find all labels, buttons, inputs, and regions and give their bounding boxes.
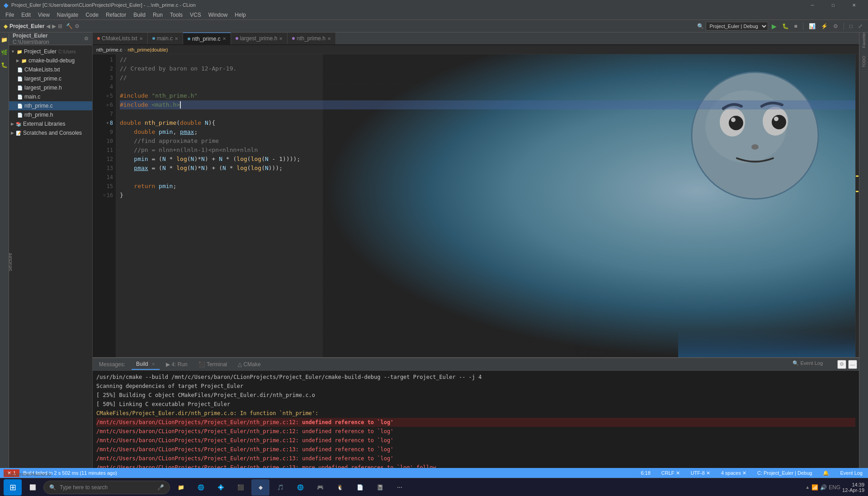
build-tab-close-icon[interactable]: ✕ xyxy=(151,362,155,367)
tray-arrow-icon[interactable]: ▲ xyxy=(805,485,810,490)
run-config-select[interactable]: Project_Euler | Debug xyxy=(706,22,768,31)
structure-panel-label[interactable]: Structure xyxy=(9,253,13,271)
taskbar-search-box[interactable]: 🔍 Type here to search 🎤 xyxy=(43,481,170,494)
edge-btn[interactable]: 🌐 xyxy=(192,479,210,496)
menu-code[interactable]: Code xyxy=(82,11,102,19)
build-output-line-10[interactable]: /mnt/c/Users/baron/CLionProjects/Project… xyxy=(96,454,855,463)
menu-help[interactable]: Help xyxy=(231,11,250,19)
notifications-icon[interactable]: 🔔 xyxy=(821,470,831,476)
bottom-settings-btn[interactable]: ⚙ xyxy=(837,360,846,369)
sidebar-gear-icon[interactable]: ⚙ xyxy=(84,36,89,42)
build-output-line-8[interactable]: /mnt/c/Users/baron/CLionProjects/Project… xyxy=(96,436,855,445)
sidebar-item-nth-prime-h[interactable]: 📄 nth_prime.h xyxy=(9,110,92,119)
vscode-btn[interactable]: 💠 xyxy=(212,479,230,496)
task-view-btn[interactable]: ⬜ xyxy=(24,479,42,496)
network-tray-icon[interactable]: 📶 xyxy=(811,484,818,491)
settings-btn[interactable]: ⚙ xyxy=(75,23,80,29)
stop-button[interactable]: ■ xyxy=(793,22,799,30)
event-log-link[interactable]: 🔍 Event Log xyxy=(793,360,823,366)
build-output-line-9[interactable]: /mnt/c/Users/baron/CLionProjects/Project… xyxy=(96,445,855,454)
sidebar-item-largest-prime-h[interactable]: 📄 largest_prime.h xyxy=(9,83,92,92)
build-btn[interactable]: 🔨 xyxy=(66,23,73,29)
clion-btn[interactable]: ◆ xyxy=(251,479,269,496)
terminal-btn-task[interactable]: ⬛ xyxy=(231,479,250,496)
run-button[interactable]: ▶ xyxy=(770,22,778,31)
sidebar-item-external-libs[interactable]: ▶ 📚 External Libraries xyxy=(9,119,92,128)
debug-button[interactable]: 🐛 xyxy=(780,22,791,30)
menu-build[interactable]: Build xyxy=(130,11,149,19)
more-btn[interactable]: ⋯ xyxy=(391,479,409,496)
project-activity-icon[interactable]: 📁 xyxy=(1,36,8,43)
sidebar-item-cmakelists[interactable]: 📄 CMakeLists.txt xyxy=(9,65,92,74)
nav-forward-btn[interactable]: ▶ xyxy=(52,23,56,29)
sidebar-item-largest-prime-c[interactable]: 📄 largest_prime.c xyxy=(9,74,92,83)
menu-edit[interactable]: Edit xyxy=(18,11,34,19)
tab-close-icon[interactable]: ✕ xyxy=(175,36,178,41)
code-scroll-area[interactable]: // // Created by baron on 12-Apr-19. // xyxy=(116,54,859,357)
taskbar-mic-icon[interactable]: 🎤 xyxy=(157,484,164,491)
favorites-icon[interactable]: Favorites xyxy=(860,36,868,43)
line-ending[interactable]: CRLF ✕ xyxy=(660,470,682,476)
tab-cmakelists[interactable]: CMakeLists.txt ✕ xyxy=(93,33,148,44)
bottom-minimize-btn[interactable]: — xyxy=(848,360,857,369)
tab-close-icon[interactable]: ✕ xyxy=(327,36,331,41)
menu-file[interactable]: File xyxy=(2,11,18,19)
bottom-tab-cmake[interactable]: △ CMake xyxy=(233,359,265,369)
code-editor[interactable]: 1 2 3 4 xyxy=(93,54,859,357)
menu-refactor[interactable]: Refactor xyxy=(102,11,130,19)
bottom-tab-build[interactable]: Build ✕ xyxy=(132,359,160,370)
sidebar-item-nth-prime-c[interactable]: 📄 nth_prime.c xyxy=(9,101,92,110)
tab-largest-prime-h[interactable]: largest_prime.h ✕ xyxy=(231,33,288,44)
menu-view[interactable]: View xyxy=(34,11,53,19)
indent-label[interactable]: 4 spaces ✕ xyxy=(719,470,748,476)
git-activity-icon[interactable]: 🌿 xyxy=(1,49,8,56)
onenote-btn[interactable]: 📓 xyxy=(371,479,389,496)
todo-icon[interactable]: TODO xyxy=(860,58,868,65)
sidebar-item-main-c[interactable]: 📄 main.c xyxy=(9,92,92,101)
menu-tools[interactable]: Tools xyxy=(166,11,186,19)
build-output-line-7[interactable]: /mnt/c/Users/baron/CLionProjects/Project… xyxy=(96,427,855,436)
spotify-btn[interactable]: 🎵 xyxy=(271,479,289,496)
tab-main-c[interactable]: main.c ✕ xyxy=(148,33,183,44)
start-button[interactable]: ⊞ xyxy=(4,479,22,496)
menu-vcs[interactable]: VCS xyxy=(186,11,205,19)
build-output-line-11[interactable]: /mnt/c/Users/baron/CLionProjects/Project… xyxy=(96,463,855,468)
maximize-button[interactable]: □ xyxy=(823,0,844,10)
tab-close-icon[interactable]: ✕ xyxy=(279,36,283,41)
breadcrumb-file[interactable]: nth_prime.c xyxy=(96,47,122,52)
minimize-button[interactable]: ─ xyxy=(802,0,823,10)
event-log-btn[interactable]: Event Log xyxy=(838,470,864,476)
cmake-button[interactable]: ⚙ xyxy=(831,22,840,30)
close-button[interactable]: ✕ xyxy=(844,0,864,10)
nav-back-btn[interactable]: ◀ xyxy=(46,23,50,29)
word-btn[interactable]: 📄 xyxy=(351,479,369,496)
cursor-position[interactable]: 6:18 xyxy=(639,470,652,476)
steam-btn[interactable]: 🎮 xyxy=(311,479,329,496)
sidebar-item-scratches[interactable]: ▶ 📝 Scratches and Consoles xyxy=(9,128,92,137)
explorer-btn[interactable]: 📁 xyxy=(172,479,190,496)
encoding[interactable]: UTF-8 ✕ xyxy=(689,470,712,476)
network-btn[interactable]: 🌐 xyxy=(291,479,309,496)
breadcrumb-fn[interactable]: nth_prime(double) xyxy=(127,47,168,52)
bottom-tab-terminal[interactable]: ⬛ Terminal xyxy=(194,359,231,369)
debug-activity-icon[interactable]: 🐛 xyxy=(1,61,8,69)
build-output-line-6[interactable]: /mnt/c/Users/baron/CLionProjects/Project… xyxy=(96,418,855,427)
recent-files-btn[interactable]: ⊞ xyxy=(58,23,62,29)
bottom-tab-run[interactable]: ▶ 4: Run xyxy=(161,359,192,369)
menu-window[interactable]: Window xyxy=(205,11,231,19)
menu-navigate[interactable]: Navigate xyxy=(53,11,82,19)
system-clock[interactable]: 14:39 12-Apr-19 xyxy=(842,482,864,493)
tab-close-icon[interactable]: ✕ xyxy=(139,36,143,41)
tab-nth-prime-c[interactable]: nth_prime.c ✕ xyxy=(183,33,231,44)
tab-nth-prime-h[interactable]: nth_prime.h ✕ xyxy=(288,33,335,44)
sound-tray-icon[interactable]: 🔊 xyxy=(820,484,827,491)
sidebar-item-project-root[interactable]: ▼ 📁 Project_Euler C:\Users xyxy=(9,47,92,56)
ubuntu-btn[interactable]: 🐧 xyxy=(331,479,349,496)
tab-close-icon[interactable]: ✕ xyxy=(222,36,226,41)
project-config[interactable]: C: Project_Euler | Debug xyxy=(755,470,814,476)
coverage-button[interactable]: 📊 xyxy=(807,22,817,30)
terminal-btn[interactable]: □ xyxy=(848,22,854,30)
sidebar-item-cmake-build[interactable]: ▶ 📁 cmake-build-debug xyxy=(9,56,92,65)
bottom-tab-messages[interactable]: Messages: xyxy=(94,359,130,369)
expand-btn[interactable]: ⤢ xyxy=(856,22,864,30)
